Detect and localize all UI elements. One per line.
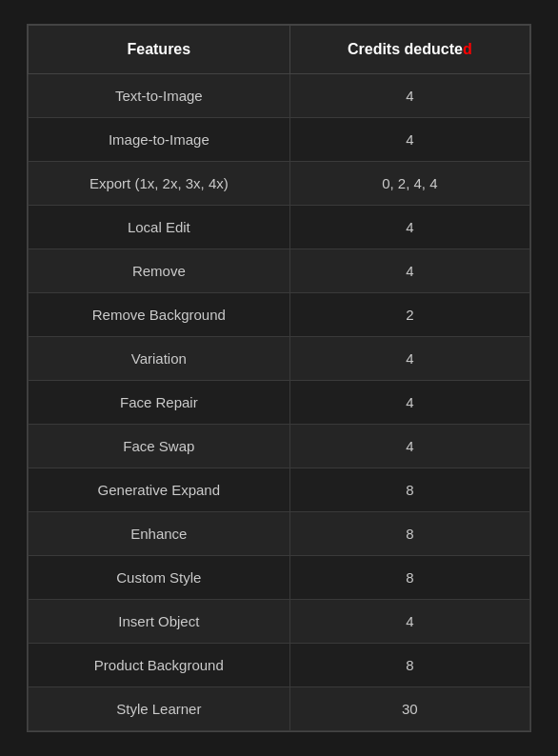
feature-cell: Remove bbox=[29, 249, 290, 293]
credits-header-text: Credits deducted bbox=[348, 41, 472, 57]
feature-cell: Image-to-Image bbox=[29, 118, 290, 162]
table-row: Insert Object4 bbox=[29, 600, 530, 644]
credits-cell: 8 bbox=[289, 468, 529, 512]
feature-cell: Text-to-Image bbox=[29, 74, 290, 118]
feature-cell: Remove Background bbox=[29, 293, 290, 337]
table-row: Enhance8 bbox=[29, 512, 530, 556]
credits-cell: 4 bbox=[289, 74, 529, 118]
feature-cell: Face Repair bbox=[29, 381, 290, 425]
credits-cell: 4 bbox=[289, 118, 529, 162]
feature-cell: Generative Expand bbox=[29, 468, 290, 512]
feature-cell: Face Swap bbox=[29, 425, 290, 468]
credits-cell: 0, 2, 4, 4 bbox=[289, 162, 529, 206]
credits-cell: 4 bbox=[289, 381, 529, 425]
table-row: Image-to-Image4 bbox=[29, 118, 530, 162]
table-body: Text-to-Image4Image-to-Image4Export (1x,… bbox=[29, 74, 530, 731]
table-row: Local Edit4 bbox=[29, 206, 530, 249]
features-header-text: Features bbox=[127, 41, 190, 57]
table-row: Face Swap4 bbox=[29, 425, 530, 468]
table-row: Export (1x, 2x, 3x, 4x)0, 2, 4, 4 bbox=[29, 162, 530, 206]
credits-cell: 4 bbox=[289, 206, 529, 249]
features-header: Features bbox=[29, 26, 290, 74]
table-row: Text-to-Image4 bbox=[29, 74, 530, 118]
credits-cell: 4 bbox=[289, 425, 529, 468]
feature-cell: Style Learner bbox=[29, 687, 290, 731]
table-row: Remove4 bbox=[29, 249, 530, 293]
feature-cell: Variation bbox=[29, 337, 290, 381]
credits-header: Credits deducted bbox=[289, 26, 529, 74]
table-row: Face Repair4 bbox=[29, 381, 530, 425]
credits-table-container: Features Credits deducted Text-to-Image4… bbox=[27, 24, 531, 732]
feature-cell: Enhance bbox=[29, 512, 290, 556]
table-row: Generative Expand8 bbox=[29, 468, 530, 512]
credits-cell: 4 bbox=[289, 249, 529, 293]
credits-header-red-char: d bbox=[463, 41, 472, 57]
feature-cell: Insert Object bbox=[29, 600, 290, 644]
credits-table: Features Credits deducted Text-to-Image4… bbox=[28, 25, 530, 731]
credits-cell: 8 bbox=[289, 556, 529, 600]
feature-cell: Export (1x, 2x, 3x, 4x) bbox=[29, 162, 290, 206]
feature-cell: Local Edit bbox=[29, 206, 290, 249]
credits-cell: 30 bbox=[289, 687, 529, 731]
table-row: Remove Background2 bbox=[29, 293, 530, 337]
table-row: Product Background8 bbox=[29, 644, 530, 687]
table-row: Variation4 bbox=[29, 337, 530, 381]
table-row: Style Learner30 bbox=[29, 687, 530, 731]
credits-cell: 4 bbox=[289, 337, 529, 381]
credits-cell: 2 bbox=[289, 293, 529, 337]
table-row: Custom Style8 bbox=[29, 556, 530, 600]
credits-cell: 8 bbox=[289, 644, 529, 687]
credits-cell: 4 bbox=[289, 600, 529, 644]
feature-cell: Custom Style bbox=[29, 556, 290, 600]
credits-cell: 8 bbox=[289, 512, 529, 556]
feature-cell: Product Background bbox=[29, 644, 290, 687]
table-header-row: Features Credits deducted bbox=[29, 26, 530, 74]
